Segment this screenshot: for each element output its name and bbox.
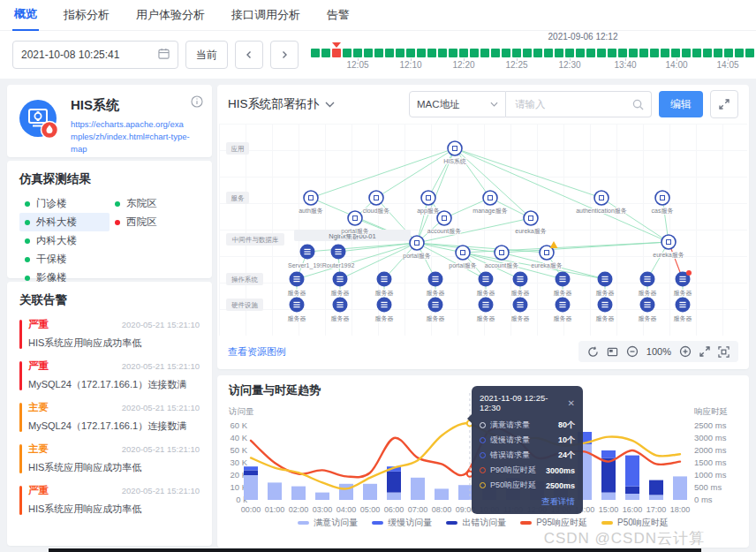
minimap-icon[interactable] [607, 346, 618, 358]
bar-segment[interactable] [387, 493, 401, 500]
current-button[interactable]: 当前 [185, 41, 228, 69]
resource-legend-link[interactable]: 查看资源图例 [228, 345, 286, 359]
next-button[interactable] [270, 41, 299, 69]
legend-item[interactable]: 满意访问量 [298, 517, 358, 529]
topology-node-h4[interactable]: 服务器 [477, 298, 495, 322]
timeline-segment[interactable] [311, 49, 320, 57]
bar-segment[interactable] [363, 484, 377, 500]
timeline-segment[interactable] [650, 49, 659, 57]
bar-segment[interactable] [625, 487, 639, 494]
refresh-icon[interactable] [587, 346, 599, 358]
tab-ux[interactable]: 用户体验分析 [134, 0, 207, 30]
timeline-segment[interactable] [364, 49, 373, 57]
bar-segment[interactable] [649, 495, 663, 500]
probe-item[interactable]: 东院区 [110, 194, 200, 213]
timeline-segment[interactable] [480, 49, 489, 57]
timeline-segment[interactable] [417, 49, 426, 57]
topology-node-accountA[interactable]: account服务 [427, 211, 462, 234]
timeline-segment[interactable] [449, 49, 457, 57]
timeline-segment[interactable] [576, 49, 585, 57]
timeline-segment[interactable] [459, 49, 468, 57]
bar-segment[interactable] [601, 450, 616, 457]
timeline-segment[interactable] [427, 49, 436, 57]
timeline-segment[interactable] [608, 49, 616, 57]
alarm-item[interactable]: 严重2020-05-21 15:21:10MySQL24（172.17.166.… [19, 359, 200, 391]
probe-item[interactable]: 内科大楼 [19, 231, 110, 250]
search-type-select[interactable]: MAC地址 [409, 91, 506, 117]
topology-node-cas[interactable]: cas服务 [652, 191, 674, 214]
timeline-segment[interactable] [343, 49, 352, 57]
timeline-segment[interactable] [597, 49, 606, 57]
bar-segment[interactable] [315, 493, 329, 500]
alarm-item[interactable]: 主要2020-05-21 15:21:10MySQL24（172.17.166.… [19, 401, 200, 433]
topology-node-h2[interactable]: 服务器 [375, 298, 394, 322]
expand-icon[interactable] [699, 346, 710, 357]
line-p95[interactable] [251, 428, 680, 478]
calendar-icon[interactable] [158, 48, 170, 62]
topology-node-h5[interactable]: 服务器 [511, 298, 530, 322]
timeline-segment[interactable] [555, 49, 563, 57]
bar-segment[interactable] [625, 456, 639, 487]
timeline-segment[interactable] [523, 49, 532, 57]
search-input[interactable] [513, 98, 632, 110]
topology-node-o2[interactable]: 服务器 [375, 272, 394, 297]
timeline-segment[interactable] [565, 49, 574, 57]
legend-item[interactable]: 出错访问量 [446, 517, 506, 529]
app-link[interactable]: https://echarts.apache.org/examples/zh/i… [71, 118, 190, 155]
fit-screen-icon[interactable] [718, 346, 730, 358]
topology-node-eurekaA[interactable]: eureka服务 [515, 211, 546, 234]
topology-node-o5[interactable]: 服务器 [511, 272, 530, 297]
topology-node-o1[interactable]: 服务器 [331, 272, 350, 297]
timeline-segment[interactable] [661, 49, 669, 57]
zoom-out-icon[interactable] [626, 345, 639, 358]
timeline-segment[interactable] [406, 49, 415, 57]
info-icon[interactable] [191, 95, 203, 111]
bar-segment[interactable] [601, 493, 616, 500]
timeline-segment[interactable] [714, 49, 722, 57]
timeline-segment[interactable] [682, 49, 691, 57]
timeline-segment[interactable] [629, 49, 638, 57]
bar-segment[interactable] [625, 494, 639, 500]
timeline-segment[interactable] [438, 49, 447, 57]
timeline-segment[interactable] [512, 49, 521, 57]
timeline-segment[interactable] [692, 49, 701, 57]
alarm-item[interactable]: 严重2020-05-21 15:21:10HIS系统应用响应成功率低 [19, 484, 200, 516]
topology-node-h0[interactable]: 服务器 [288, 298, 306, 322]
datetime-picker[interactable]: 2021-10-08 10:25:41 [12, 41, 178, 69]
prev-button[interactable] [235, 41, 263, 69]
close-icon[interactable]: ✕ [568, 398, 575, 408]
bar-segment[interactable] [244, 475, 258, 500]
timeline-segment[interactable] [586, 49, 595, 57]
timeline-segment[interactable] [735, 49, 744, 57]
topology-node-accountB[interactable]: account服务 [485, 246, 519, 268]
bar-segment[interactable] [244, 466, 258, 470]
timeline-segment[interactable] [703, 49, 712, 57]
timeline-segment[interactable] [470, 49, 479, 57]
probe-item[interactable]: 外科大楼 [19, 213, 110, 231]
bar-segment[interactable] [244, 470, 258, 475]
timeline-segment[interactable] [385, 49, 394, 57]
tab-metrics[interactable]: 指标分析 [62, 0, 111, 30]
topology-node-h8[interactable]: 服务器 [639, 298, 657, 322]
probe-item[interactable]: 干保楼 [19, 250, 110, 268]
timeline-segment[interactable] [396, 49, 404, 57]
edit-button[interactable]: 编辑 [659, 91, 703, 117]
topology-node-h3[interactable]: 服务器 [427, 298, 445, 322]
bar-segment[interactable] [387, 472, 401, 493]
alarm-item[interactable]: 严重2020-05-21 15:21:10HIS系统应用响应成功率低 [19, 318, 200, 350]
tab-alerts[interactable]: 告警 [325, 0, 352, 30]
timeline-segment[interactable] [321, 49, 330, 57]
bar-segment[interactable] [601, 457, 616, 492]
topology-node-o7[interactable]: 服务器 [596, 272, 615, 297]
bar-segment[interactable] [268, 482, 282, 500]
timeline-segment[interactable] [671, 49, 680, 57]
alarm-item[interactable]: 主要2020-05-21 15:21:10HIS系统应用响应成功率低 [19, 442, 200, 474]
topology-node-manage[interactable]: manage服务 [472, 191, 507, 215]
legend-item[interactable]: P50响应时延 [601, 517, 669, 529]
search-icon[interactable] [632, 99, 644, 110]
timeline-segment[interactable] [544, 49, 553, 57]
topology-node-rtr1[interactable]: Router1992 [322, 245, 355, 268]
topology-node-cloud[interactable]: cloud服务 [363, 191, 390, 214]
bar-segment[interactable] [458, 485, 472, 500]
topology-node-srv1[interactable]: Server1_1992 [288, 245, 327, 269]
